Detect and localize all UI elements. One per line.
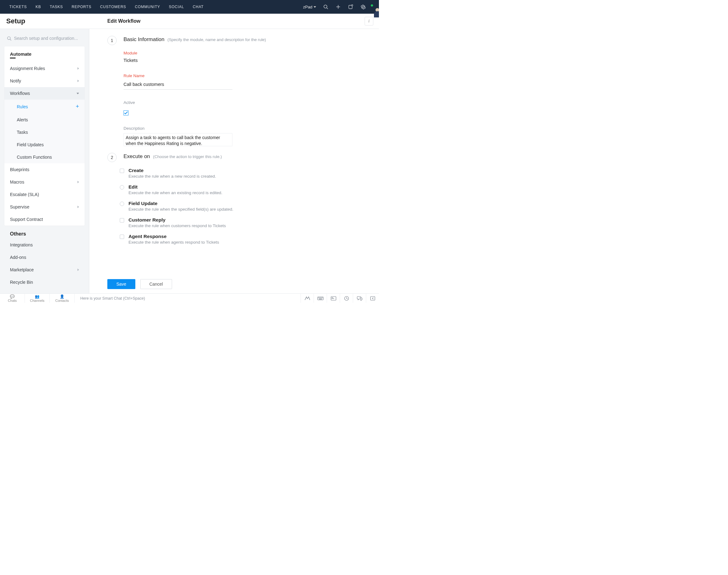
option-agent-response[interactable]: Agent Response Execute the rule when age… (120, 234, 367, 244)
svg-rect-13 (322, 298, 323, 298)
chevron-right-icon (77, 67, 79, 70)
sidebar-subitem-field-updates[interactable]: Field Updates (4, 138, 84, 151)
keyboard-icon[interactable] (314, 294, 327, 303)
setup-label: Setup (0, 17, 89, 25)
option-field-update[interactable]: Field Update Execute the rule when the s… (120, 201, 367, 211)
nav-social[interactable]: SOCIAL (169, 5, 184, 9)
description-textarea[interactable] (124, 133, 232, 146)
sidebar-item-integrations[interactable]: Integrations (4, 239, 84, 251)
notification-icon[interactable] (348, 4, 353, 10)
group-icon: 👥 (25, 294, 49, 299)
setup-sidebar: Automate Assignment Rules Notify Workflo… (0, 29, 89, 294)
second-bar: Setup Edit Workflow i (0, 14, 379, 29)
execute-options: Create Execute the rule when a new recor… (107, 168, 367, 244)
zia-icon[interactable] (301, 294, 314, 303)
nav-tasks[interactable]: TASKS (50, 5, 63, 9)
main-content: 1 Basic Information (Specify the module,… (89, 29, 379, 294)
sidebar-item-supervise[interactable]: Supervise (4, 201, 84, 213)
automate-card: Automate Assignment Rules Notify Workflo… (4, 46, 84, 226)
info-button[interactable]: i (365, 17, 373, 26)
smartchat-hint[interactable]: Here is your Smart Chat (Ctrl+Space) (75, 296, 301, 301)
sidebar-item-recycle-bin[interactable]: Recycle Bin (4, 276, 84, 289)
nav-customers[interactable]: CUSTOMERS (100, 5, 126, 9)
sidebar-item-support-contract[interactable]: Support Contract (4, 213, 84, 226)
radio-edit[interactable] (120, 185, 124, 190)
sidebar-item-workflows[interactable]: Workflows (4, 87, 84, 100)
svg-rect-17 (332, 298, 334, 299)
search-icon[interactable] (323, 4, 328, 10)
checkbox-create[interactable] (120, 169, 124, 173)
step-1-title: Basic Information (124, 36, 164, 43)
nav-chat[interactable]: CHAT (193, 5, 204, 9)
nav-community[interactable]: COMMUNITY (135, 5, 160, 9)
check-icon (124, 111, 128, 114)
sidebar-search-input[interactable] (14, 36, 82, 41)
sidebar-item-assignment-rules[interactable]: Assignment Rules (4, 62, 84, 75)
checkbox-customer-reply[interactable] (120, 218, 124, 223)
bottom-tab-contacts[interactable]: 👤 Contacts (50, 294, 75, 303)
clock-icon[interactable] (340, 294, 353, 303)
rulename-input[interactable] (124, 80, 232, 90)
sidebar-item-escalate[interactable]: Escalate (SLA) (4, 188, 84, 201)
sidebar-subitem-custom-functions[interactable]: Custom Functions (4, 151, 84, 163)
settings-icon[interactable] (360, 4, 366, 10)
footer-bar: Save Cancel (89, 275, 379, 294)
chevron-right-icon (77, 80, 79, 82)
checkbox-agent-response[interactable] (120, 235, 124, 239)
sidebar-item-addons[interactable]: Add-ons (4, 251, 84, 264)
svg-rect-12 (321, 298, 322, 298)
nav-kb[interactable]: KB (35, 5, 41, 9)
collapse-icon[interactable] (366, 294, 379, 303)
radio-field-update[interactable] (120, 202, 124, 206)
nav-tickets[interactable]: TICKETS (9, 5, 27, 9)
svg-rect-14 (319, 299, 322, 299)
sidebar-subitem-alerts[interactable]: Alerts (4, 113, 84, 126)
bottom-tab-channels[interactable]: 👥 Channels (25, 294, 50, 303)
bottom-bar: 💬 Chats 👥 Channels 👤 Contacts Here is yo… (0, 294, 379, 303)
presence-indicator (371, 4, 373, 7)
svg-line-1 (327, 8, 328, 9)
svg-point-5 (352, 5, 353, 6)
cancel-button[interactable]: Cancel (140, 279, 172, 289)
module-label: Module (124, 51, 367, 56)
step-1-number: 1 (107, 36, 117, 45)
module-value: Tickets (124, 58, 367, 63)
description-label: Description (124, 126, 367, 131)
svg-point-0 (324, 5, 327, 8)
option-create[interactable]: Create Execute the rule when a new recor… (120, 168, 367, 179)
sidebar-item-marketplace[interactable]: Marketplace (4, 264, 84, 276)
sidebar-item-blueprints[interactable]: Blueprints (4, 163, 84, 176)
save-button[interactable]: Save (107, 279, 135, 289)
active-checkbox[interactable] (124, 110, 129, 115)
nav-reports[interactable]: REPORTS (72, 5, 91, 9)
add-rule-icon[interactable]: + (76, 103, 79, 110)
sidebar-item-macros[interactable]: Macros (4, 176, 84, 188)
option-edit[interactable]: Edit Execute the rule when an existing r… (120, 184, 367, 195)
workspace-selector[interactable]: zPad (303, 5, 316, 9)
step-1-hint: (Specify the module, name and descriptio… (167, 37, 266, 42)
chevron-right-icon (77, 206, 79, 208)
svg-rect-11 (320, 298, 321, 298)
add-icon[interactable] (335, 4, 341, 10)
chevron-down-icon (76, 93, 79, 94)
svg-rect-10 (319, 298, 320, 298)
sidebar-subitem-tasks[interactable]: Tasks (4, 126, 84, 138)
chevron-right-icon (77, 269, 79, 271)
sidebar-subitem-rules[interactable]: Rules + (4, 100, 84, 113)
step-2-title: Execute on (124, 154, 150, 160)
option-customer-reply[interactable]: Customer Reply Execute the rule when cus… (120, 217, 367, 228)
top-nav: TICKETS KB TASKS REPORTS CUSTOMERS COMMU… (0, 0, 379, 14)
sidebar-search[interactable] (4, 36, 84, 46)
svg-rect-8 (318, 297, 323, 300)
page-title: Edit Workflow (89, 19, 365, 24)
card-icon[interactable] (327, 294, 340, 303)
search-icon (7, 36, 11, 41)
svg-point-6 (7, 36, 10, 39)
svg-rect-9 (318, 298, 319, 298)
bottom-tab-chats[interactable]: 💬 Chats (0, 294, 25, 303)
sidebar-item-notify[interactable]: Notify (4, 75, 84, 87)
chat-icon: 💬 (0, 294, 25, 299)
chevron-right-icon (77, 181, 79, 183)
user-icon: 👤 (50, 294, 74, 299)
chat-bubble-icon[interactable] (353, 294, 366, 303)
